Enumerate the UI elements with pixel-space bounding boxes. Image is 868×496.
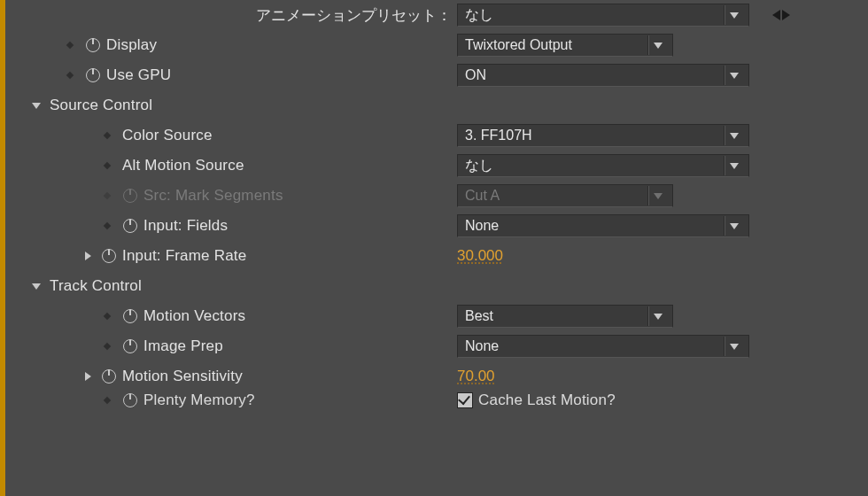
row-image-prep: Image Prep None (5, 331, 868, 361)
bullet-icon (104, 162, 111, 169)
stopwatch-icon[interactable] (122, 338, 138, 354)
chevron-down-icon (651, 43, 665, 49)
alt-motion-source-dropdown[interactable]: なし (457, 154, 749, 177)
display-value: Twixtored Output (465, 37, 644, 53)
row-src-mark-segments: Src: Mark Segments Cut A (5, 181, 868, 211)
twirl-down-icon[interactable] (30, 280, 43, 292)
src-mark-segments-label: Src: Mark Segments (143, 187, 283, 205)
cache-last-motion-label: Cache Last Motion? (478, 391, 616, 409)
color-source-dropdown[interactable]: 3. FF107H (457, 124, 749, 147)
row-motion-vectors: Motion Vectors Best (5, 301, 868, 331)
row-motion-sensitivity: Motion Sensitivity 70.00 (5, 361, 868, 391)
bullet-icon (66, 72, 74, 79)
src-mark-segments-dropdown: Cut A (457, 184, 673, 207)
input-frame-rate-value[interactable]: 30.000 (457, 247, 503, 265)
alt-motion-source-value: なし (465, 157, 720, 175)
use-gpu-dropdown[interactable]: ON (457, 64, 749, 87)
stopwatch-icon[interactable] (85, 67, 101, 83)
bullet-icon (104, 397, 111, 404)
row-animation-preset: アニメーションプリセット： なし (5, 0, 868, 30)
stopwatch-icon (122, 188, 138, 204)
chevron-down-icon (727, 133, 741, 139)
image-prep-value: None (465, 338, 720, 354)
alt-motion-source-label: Alt Motion Source (122, 157, 244, 174)
color-source-label: Color Source (122, 127, 213, 144)
stopwatch-icon[interactable] (101, 248, 117, 264)
chevron-down-icon (727, 73, 741, 79)
bullet-icon (104, 132, 111, 139)
twirl-down-icon[interactable] (30, 99, 43, 112)
motion-sensitivity-value[interactable]: 70.00 (457, 368, 495, 385)
src-mark-segments-value: Cut A (465, 188, 644, 204)
preset-prev-icon[interactable] (772, 10, 780, 20)
chevron-down-icon (727, 223, 741, 229)
animation-preset-label: アニメーションプリセット： (5, 5, 457, 26)
row-source-control[interactable]: Source Control (5, 90, 868, 120)
twirl-right-icon[interactable] (81, 250, 94, 262)
input-fields-value: None (465, 218, 720, 234)
stopwatch-icon[interactable] (85, 37, 101, 53)
bullet-icon (66, 42, 74, 49)
motion-vectors-label: Motion Vectors (143, 307, 245, 325)
source-control-label: Source Control (50, 97, 152, 114)
bullet-icon (104, 192, 111, 199)
stopwatch-icon[interactable] (122, 218, 138, 234)
image-prep-dropdown[interactable]: None (457, 335, 749, 358)
motion-vectors-dropdown[interactable]: Best (457, 305, 673, 328)
input-frame-rate-label: Input: Frame Rate (122, 247, 246, 265)
input-fields-label: Input: Fields (143, 217, 228, 235)
bullet-icon (104, 222, 111, 229)
effect-controls-panel: アニメーションプリセット： なし Display Twixtored Outpu… (0, 0, 868, 496)
stopwatch-icon[interactable] (101, 368, 117, 384)
stopwatch-icon[interactable] (122, 392, 138, 408)
cache-last-motion-checkbox[interactable] (457, 392, 473, 408)
track-control-label: Track Control (50, 277, 142, 295)
preset-next-icon[interactable] (782, 10, 790, 20)
image-prep-label: Image Prep (143, 337, 223, 355)
twirl-right-icon[interactable] (81, 370, 94, 383)
animation-preset-value: なし (465, 6, 720, 25)
row-input-frame-rate: Input: Frame Rate 30.000 (5, 241, 868, 271)
use-gpu-label: Use GPU (106, 66, 171, 84)
row-alt-motion-source: Alt Motion Source なし (5, 151, 868, 181)
plenty-memory-label: Plenty Memory? (143, 391, 255, 409)
motion-vectors-value: Best (465, 308, 644, 324)
input-fields-dropdown[interactable]: None (457, 214, 749, 237)
chevron-down-icon (727, 163, 741, 169)
stopwatch-icon[interactable] (122, 308, 138, 324)
animation-preset-dropdown[interactable]: なし (457, 4, 749, 27)
row-color-source: Color Source 3. FF107H (5, 120, 868, 151)
row-track-control[interactable]: Track Control (5, 271, 868, 301)
row-input-fields: Input: Fields None (5, 211, 868, 241)
chevron-down-icon (727, 344, 741, 350)
display-dropdown[interactable]: Twixtored Output (457, 34, 673, 57)
motion-sensitivity-label: Motion Sensitivity (122, 368, 243, 385)
row-use-gpu: Use GPU ON (5, 60, 868, 90)
use-gpu-value: ON (465, 67, 720, 83)
row-plenty-memory: Plenty Memory? Cache Last Motion? (5, 391, 868, 409)
row-display: Display Twixtored Output (5, 30, 868, 60)
bullet-icon (104, 343, 111, 350)
bullet-icon (104, 313, 111, 320)
color-source-value: 3. FF107H (465, 128, 720, 143)
chevron-down-icon (651, 314, 665, 320)
chevron-down-icon (651, 193, 665, 199)
chevron-down-icon (727, 12, 741, 19)
display-label: Display (106, 36, 157, 54)
